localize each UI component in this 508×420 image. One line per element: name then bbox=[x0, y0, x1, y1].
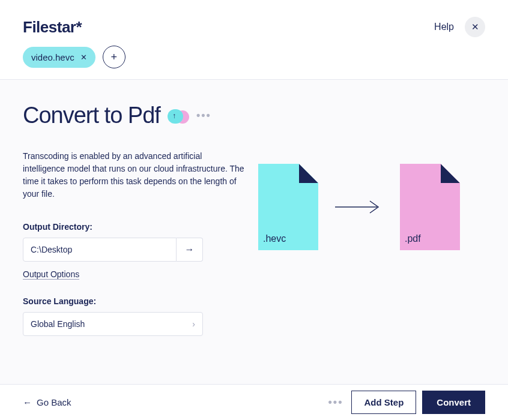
close-button[interactable]: ✕ bbox=[465, 17, 485, 37]
target-file-icon: .pdf bbox=[400, 164, 460, 250]
page-title: Convert to Pdf bbox=[23, 103, 160, 128]
file-chip[interactable]: video.hevc ✕ bbox=[23, 47, 95, 68]
source-lang-label: Source Language: bbox=[23, 296, 263, 306]
add-step-button[interactable]: Add Step bbox=[351, 391, 416, 414]
arrow-right-icon: → bbox=[185, 244, 195, 255]
source-lang-select[interactable]: Global English › bbox=[23, 312, 203, 336]
convert-button[interactable]: Convert bbox=[422, 391, 485, 414]
go-back-button[interactable]: ← Go Back bbox=[23, 397, 71, 407]
more-options-icon[interactable]: ••• bbox=[196, 109, 211, 122]
go-back-label: Go Back bbox=[37, 397, 71, 407]
add-file-button[interactable]: + bbox=[103, 46, 125, 68]
target-ext-label: .pdf bbox=[405, 233, 421, 244]
plus-icon: + bbox=[110, 51, 117, 64]
help-link[interactable]: Help bbox=[434, 22, 454, 32]
output-dir-label: Output Directory: bbox=[23, 222, 263, 232]
output-options-link[interactable]: Output Options bbox=[23, 269, 79, 280]
file-chip-label: video.hevc bbox=[31, 52, 74, 62]
source-file-icon: .hevc bbox=[258, 164, 318, 250]
browse-dir-button[interactable]: → bbox=[177, 238, 203, 262]
close-icon: ✕ bbox=[471, 22, 479, 32]
remove-file-icon[interactable]: ✕ bbox=[80, 53, 87, 62]
footer-more-icon[interactable]: ••• bbox=[328, 396, 343, 409]
output-dir-input[interactable] bbox=[23, 238, 177, 262]
arrow-left-icon: ← bbox=[23, 397, 32, 407]
app-logo: Filestar* bbox=[23, 18, 82, 37]
arrow-icon bbox=[335, 200, 383, 214]
cloud-upload-icon: ↑ bbox=[168, 109, 189, 122]
chevron-right-icon: › bbox=[192, 319, 195, 329]
source-lang-value: Global English bbox=[31, 319, 85, 329]
conversion-illustration: .hevc .pdf bbox=[258, 164, 460, 250]
description-text: Transcoding is enabled by an advanced ar… bbox=[23, 150, 245, 200]
source-ext-label: .hevc bbox=[263, 233, 286, 244]
